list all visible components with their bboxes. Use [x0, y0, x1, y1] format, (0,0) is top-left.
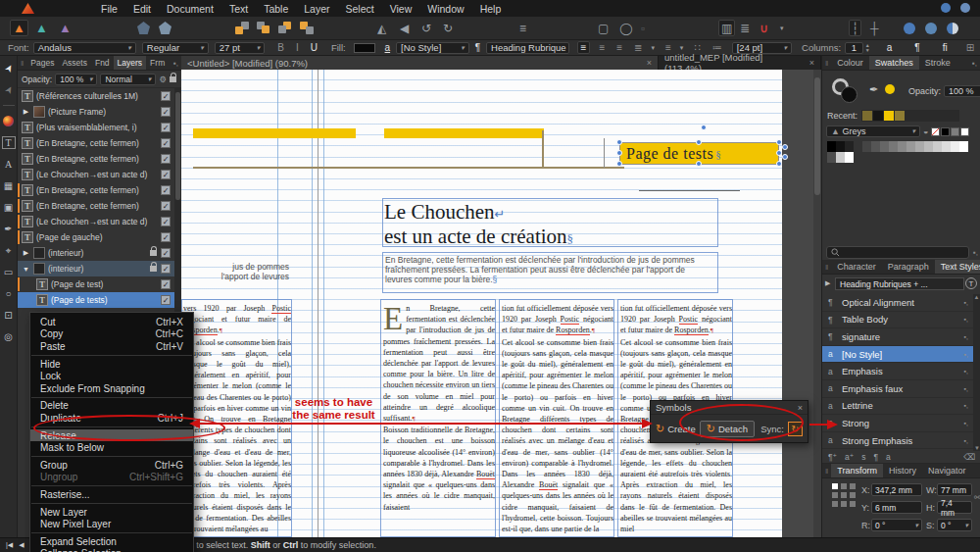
grey-swatch[interactable]: [836, 141, 845, 152]
swatch-search-input[interactable]: [826, 246, 969, 259]
layer-expand-icon[interactable]: ▶: [22, 108, 30, 116]
text-style-item[interactable]: a [No Style] ▪,: [822, 346, 974, 364]
indent-more-icon[interactable]: ▾: [680, 44, 684, 52]
headline-text[interactable]: Le Chouchen↵ est un acte de création§: [384, 201, 573, 250]
swatch-opacity-select[interactable]: 100 %▾: [944, 85, 980, 97]
rotation-handle[interactable]: [701, 125, 707, 130]
canvas-scrollbar[interactable]: [813, 70, 821, 537]
grey-swatch[interactable]: [933, 141, 942, 152]
quick-swatch[interactable]: [931, 127, 940, 136]
context-menu-item[interactable]: Paste Ctrl+V: [30, 340, 193, 353]
context-menu-item[interactable]: Delete: [30, 400, 193, 413]
rotate-cw-icon[interactable]: ↻: [443, 20, 453, 36]
layer-visibility-checkbox[interactable]: ✓: [161, 154, 171, 164]
text-style-item[interactable]: ¶ Optical Alignment ▪,: [822, 294, 974, 312]
menu-item[interactable]: Table: [256, 1, 296, 17]
style-menu-icon[interactable]: ▪,: [964, 316, 968, 323]
fill-swatch[interactable]: [354, 43, 375, 53]
menu-item[interactable]: File: [93, 1, 125, 17]
w-field[interactable]: 77 mm: [937, 483, 972, 496]
align-center-icon[interactable]: ≡: [596, 42, 608, 53]
layer-visibility-checkbox[interactable]: ✓: [161, 295, 171, 305]
current-colour-chip[interactable]: [885, 84, 895, 94]
layer-visibility-checkbox[interactable]: ✓: [161, 138, 171, 148]
panel-grip-icon[interactable]: ‖: [21, 59, 24, 68]
layer-row[interactable]: T (En Bretagne, cette fermen) ✓: [18, 198, 174, 214]
panel-grip-icon[interactable]: ‖: [825, 59, 828, 68]
text-flow-icon[interactable]: ▥: [718, 20, 735, 36]
text-style-item[interactable]: a Strong Emphasis ▪,: [822, 432, 974, 450]
style-menu-icon[interactable]: ▪,: [964, 437, 968, 444]
layer-row[interactable]: T (Le Chouchen→est un acte d) ✓: [18, 167, 174, 182]
layer-visibility-checkbox[interactable]: ✓: [161, 201, 171, 211]
paragraph-mark-icon[interactable]: ¶: [472, 42, 483, 53]
selection-handle[interactable]: [616, 139, 622, 145]
text-style-item[interactable]: a Lettrine ▪,: [822, 398, 974, 416]
selection-handle[interactable]: [782, 154, 788, 160]
account-icon[interactable]: [941, 3, 951, 13]
menu-item[interactable]: View: [382, 1, 420, 17]
context-menu-item[interactable]: Copy Ctrl+C: [30, 328, 193, 341]
hyphenation-badge-icon[interactable]: [159, 20, 172, 36]
text-style-item[interactable]: a Emphasis faux ▪,: [822, 380, 974, 398]
yellow-header-bar[interactable]: [384, 128, 544, 138]
layer-row[interactable]: T (Références culturelles 1M) ✓: [18, 88, 174, 104]
studio-tab[interactable]: Assets: [58, 56, 91, 70]
layer-visibility-checkbox[interactable]: ✓: [161, 248, 171, 258]
layer-row[interactable]: ▼ (interieur) ✓: [18, 261, 174, 276]
grey-swatch[interactable]: [871, 141, 880, 152]
panel-tab[interactable]: Stroke: [919, 56, 956, 70]
grey-swatch[interactable]: [845, 141, 854, 152]
studio-tab[interactable]: Layers: [114, 56, 147, 70]
layer-row[interactable]: ▶ (Picture Frame) ✓: [18, 104, 174, 120]
move-to-front-icon[interactable]: [235, 20, 249, 36]
font-style-select[interactable]: Regular▾: [142, 42, 209, 54]
layer-visibility-checkbox[interactable]: ✓: [161, 123, 171, 132]
delete-style-icon[interactable]: ⌫: [963, 452, 975, 462]
panel-tab[interactable]: Swatches: [869, 56, 919, 70]
grey-swatch[interactable]: [942, 141, 951, 152]
font-size-select[interactable]: 27 pt▾: [215, 42, 265, 54]
grey-swatch[interactable]: [827, 152, 836, 163]
help-circle-icon[interactable]: [960, 3, 970, 13]
opacity-preview-icon[interactable]: [947, 20, 958, 36]
detach-style-icon[interactable]: ¶: [874, 452, 879, 462]
grey-swatch[interactable]: [889, 141, 898, 152]
paragraph-style-select[interactable]: Heading Rubrique▾: [486, 42, 569, 54]
panel-menu-icon[interactable]: ▪,: [973, 248, 978, 257]
grey-swatch[interactable]: [906, 141, 915, 152]
text-style-item[interactable]: ¶ Table Body ▪,: [822, 312, 974, 329]
layer-visibility-checkbox[interactable]: ✓: [161, 232, 171, 242]
baseline-grid-icon[interactable]: ≣: [740, 20, 750, 36]
grey-swatch[interactable]: [924, 141, 933, 152]
menu-item[interactable]: Select: [338, 1, 382, 17]
typography-icon[interactable]: a: [884, 42, 896, 53]
panel-grip-icon[interactable]: ‖: [825, 467, 828, 476]
selection-handle[interactable]: [776, 150, 782, 156]
close-icon[interactable]: ×: [798, 403, 803, 413]
layer-visibility-checkbox[interactable]: ✓: [161, 91, 171, 101]
text-style-item[interactable]: a Emphasis ▪,: [822, 363, 974, 380]
new-paragraph-style-icon[interactable]: ¶⁺: [828, 452, 837, 462]
body-column-2[interactable]: tion fut officiellement déposée vers 192…: [502, 303, 613, 536]
current-style-arrow-icon[interactable]: ▶: [825, 279, 830, 287]
context-menu-item[interactable]: Hide: [30, 358, 193, 371]
context-menu-item[interactable]: New Layer: [30, 506, 193, 519]
document-tab[interactable]: untitled_MEP [Modified] (113.4%) ×: [659, 56, 821, 70]
s-field[interactable]: 0 °▾: [937, 519, 972, 531]
eyedropper-icon[interactable]: ✒: [869, 83, 878, 96]
grey-swatch[interactable]: [880, 141, 889, 152]
layer-fx-gear-icon[interactable]: ⚙: [159, 75, 167, 84]
layer-row[interactable]: T (En Bretagne, cette fermen) ✓: [18, 182, 174, 198]
layer-row[interactable]: T (Page de test) ✓: [18, 276, 174, 292]
node-tool-icon[interactable]: ➤: [0, 80, 18, 99]
x-field[interactable]: 347,2 mm: [871, 483, 922, 496]
frame-text-tool-icon[interactable]: T: [2, 136, 16, 149]
intro-text[interactable]: En Bretagne, cette fermentation est décl…: [385, 255, 710, 284]
panel-tab[interactable]: Transform: [831, 464, 883, 477]
grey-swatch[interactable]: [827, 141, 836, 152]
blend-mode-select[interactable]: Normal▾: [100, 74, 156, 85]
node-edit-tool-icon[interactable]: ⌖: [2, 244, 16, 257]
context-menu-item[interactable]: Group Ctrl+G: [30, 459, 193, 472]
ellipse-tool-icon[interactable]: ○: [2, 287, 16, 300]
